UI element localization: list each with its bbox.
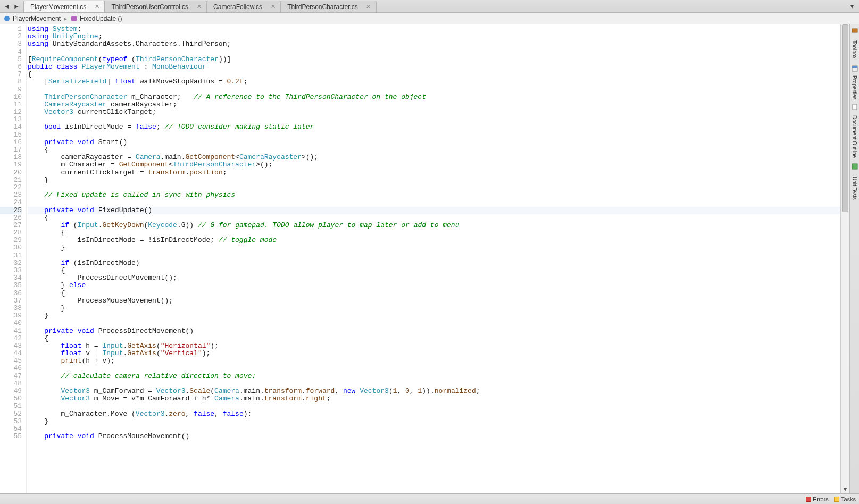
line-number: 5 [0,56,22,63]
code-line[interactable]: Vector3 currentClickTarget; [28,108,840,116]
code-line[interactable]: } [28,177,840,184]
unit-tests-icon[interactable] [851,163,858,170]
code-line[interactable] [28,320,840,327]
tab-camerafollow-cs[interactable]: CameraFollow.cs✕ [206,1,281,12]
tab-overflow-icon[interactable]: ▾ [847,2,857,11]
code-line[interactable]: { [28,146,840,154]
code-line[interactable] [28,86,840,94]
code-line[interactable]: { [28,229,840,237]
tab-thirdpersoncharacter-cs[interactable]: ThirdPersonCharacter.cs✕ [280,1,377,12]
code-line[interactable]: using UnityEngine; [28,33,840,40]
nav-back-icon[interactable]: ◄ [2,2,12,11]
code-line[interactable]: { [28,71,840,78]
code-line[interactable]: private void ProcessDirectMovement() [28,327,840,335]
code-line[interactable]: print(h + v); [28,357,840,365]
code-line[interactable] [28,380,840,388]
svg-rect-4 [852,66,857,68]
code-line[interactable]: Vector3 m_CamForward = Vector3.Scale(Cam… [28,388,840,395]
code-line[interactable]: currentClickTarget = transform.position; [28,169,840,177]
line-number: 27 [0,222,22,229]
code-line[interactable]: private void Start() [28,139,840,146]
code-line[interactable]: [RequireComponent(typeof (ThirdPersonCha… [28,56,840,63]
line-number: 55 [0,433,22,440]
code-line[interactable] [28,131,840,139]
line-number: 42 [0,335,22,342]
code-line[interactable] [28,365,840,372]
nav-forward-icon[interactable]: ► [12,2,21,11]
line-number: 2 [0,33,22,40]
code-line[interactable]: } [28,305,840,312]
document-outline-icon[interactable] [851,103,858,111]
toolbox-icon[interactable] [851,27,858,34]
code-line[interactable] [28,402,840,410]
code-line[interactable]: { [28,335,840,342]
code-line[interactable]: bool isInDirectMode = false; // TODO con… [28,123,840,131]
close-icon[interactable]: ✕ [94,4,100,10]
code-line[interactable] [28,116,840,123]
tab-label: PlayerMovement.cs [30,3,86,11]
close-icon[interactable]: ✕ [196,4,202,10]
code-line[interactable]: m_Character.Move (Vector3.zero, false, f… [28,410,840,418]
code-line[interactable] [28,252,840,259]
code-line[interactable] [28,48,840,56]
code-line[interactable] [28,199,840,206]
tab-thirdpersonusercontrol-cs[interactable]: ThirdPersonUserControl.cs✕ [104,1,207,12]
unit-tests-button[interactable]: Unit Tests [850,172,859,204]
code-line[interactable]: { [28,290,840,297]
code-line[interactable]: } [28,418,840,425]
code-line[interactable] [28,425,840,433]
toolbox-button[interactable]: Toolbox [850,36,859,63]
tab-playermovement-cs[interactable]: PlayerMovement.cs✕ [23,1,105,12]
code-line[interactable]: private void ProcessMouseMovement() [28,433,840,440]
code-line[interactable]: m_Character = GetComponent<ThirdPersonCh… [28,161,840,169]
properties-icon[interactable] [851,65,858,72]
code-line[interactable]: } [28,312,840,320]
line-number-gutter: 1234567891011121314151617181920212223242… [0,24,27,493]
line-number: 12 [0,108,22,116]
vertical-scrollbar[interactable]: ▴ ▾ [840,24,849,493]
line-number: 24 [0,199,22,206]
code-line[interactable]: public class PlayerMovement : MonoBehavi… [28,63,840,71]
line-number: 4 [0,48,22,56]
breadcrumb-class[interactable]: PlayerMovement [3,15,61,22]
close-icon[interactable]: ✕ [270,4,276,10]
breadcrumb-method[interactable]: FixedUpdate () [70,15,122,22]
line-number: 19 [0,161,22,169]
code-line[interactable]: ThirdPersonCharacter m_Character; // A r… [28,94,840,101]
code-line[interactable]: float h = Input.GetAxis("Horizontal"); [28,342,840,350]
tasks-button[interactable]: Tasks [834,496,856,502]
code-line[interactable]: { [28,267,840,274]
code-line[interactable] [28,184,840,191]
code-line[interactable]: } [28,244,840,251]
code-line[interactable]: float v = Input.GetAxis("Vertical"); [28,350,840,357]
code-line[interactable]: if (Input.GetKeyDown(Keycode.G)) // G fo… [28,222,840,229]
scrollbar-thumb[interactable] [842,24,848,212]
line-number: 16 [0,139,22,146]
code-line[interactable]: using UnityStandardAssets.Characters.Thi… [28,40,840,48]
editor[interactable]: 1234567891011121314151617181920212223242… [0,24,849,493]
code-line[interactable]: CameraRaycaster cameraRaycaster; [28,101,840,108]
code-line[interactable]: { [28,214,840,222]
code-line[interactable]: ProcessDirectMovement(); [28,274,840,282]
code-line[interactable]: // calculate camera relative direction t… [28,373,840,380]
line-number: 26 [0,214,22,222]
code-line[interactable]: private void FixedUpdate() [28,207,840,214]
properties-button[interactable]: Properties [850,74,859,101]
close-icon[interactable]: ✕ [365,4,372,10]
code-area[interactable]: using System;using UnityEngine;using Uni… [27,24,840,493]
nav-arrows: ◄ ► [2,2,21,11]
code-line[interactable]: using System; [28,26,840,33]
tab-label: CameraFollow.cs [213,3,262,11]
code-line[interactable]: } else [28,282,840,289]
code-line[interactable]: [SerializeField] float walkMoveStopRadiu… [28,78,840,86]
code-line[interactable]: Vector3 m_Move = v*m_CamForward + h* Cam… [28,395,840,402]
document-outline-button[interactable]: Document Outline [850,113,859,161]
line-number: 1 [0,26,22,33]
scroll-down-icon[interactable]: ▾ [841,485,849,493]
code-line[interactable]: // Fixed update is called in sync with p… [28,191,840,199]
code-line[interactable]: if (isInDirectMode) [28,259,840,267]
errors-button[interactable]: Errors [806,496,829,502]
code-line[interactable]: cameraRaycaster = Camera.main.GetCompone… [28,154,840,161]
code-line[interactable]: ProcessMouseMovement(); [28,297,840,305]
code-line[interactable]: isInDirectMode = !isInDirectMode; // tog… [28,237,840,244]
